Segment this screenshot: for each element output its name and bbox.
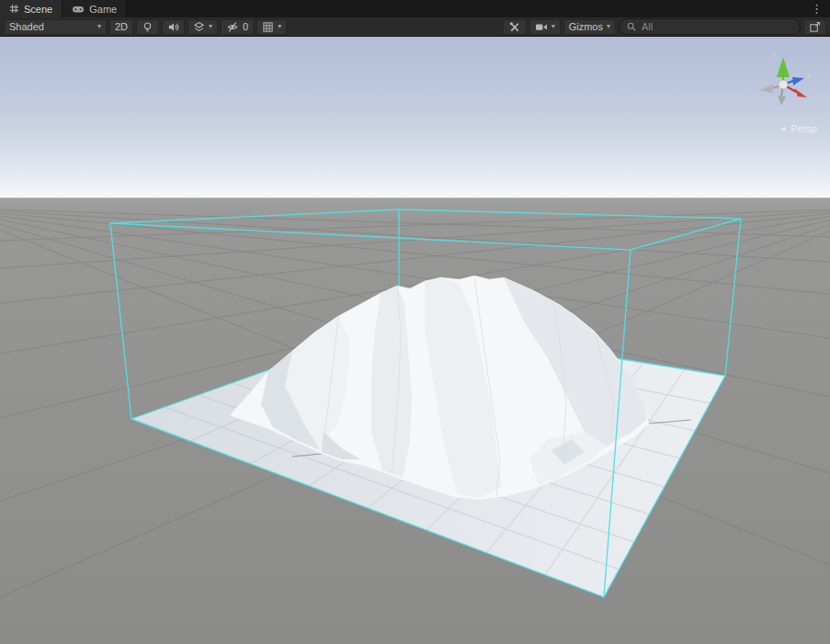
scene-render — [0, 37, 830, 644]
chevron-down-icon: ▾ — [278, 23, 281, 30]
back-arrow-icon: ◄ — [779, 125, 787, 133]
hidden-count-label: 0 — [243, 21, 248, 32]
tab-game-label: Game — [89, 4, 117, 15]
axis-y-cone[interactable] — [777, 57, 790, 77]
scene-viewport[interactable]: y z x ◄ Persp — [0, 37, 830, 644]
shading-mode-dropdown[interactable]: Shaded ▾ — [4, 19, 107, 35]
scene-lighting-toggle[interactable] — [136, 19, 159, 35]
chevron-down-icon: ▾ — [97, 23, 101, 30]
tab-game[interactable]: Game — [63, 0, 127, 17]
eye-hidden-icon — [226, 21, 239, 33]
scene-search-field[interactable]: All — [619, 18, 801, 35]
axis-x-cone[interactable] — [794, 88, 807, 97]
scene-visibility-toggle[interactable]: 0 — [221, 19, 254, 35]
lightbulb-icon — [142, 21, 153, 33]
projection-text: Persp — [790, 123, 817, 134]
gizmos-dropdown[interactable]: Gizmos ▾ — [563, 19, 616, 35]
tab-bar: Scene Game ⋮ — [0, 0, 830, 17]
effects-icon — [193, 21, 205, 33]
tab-scene[interactable]: Scene — [0, 0, 63, 17]
grid-visibility-dropdown[interactable]: ▾ — [256, 19, 287, 35]
audio-toggle[interactable] — [162, 19, 185, 35]
scene-grid-icon — [9, 4, 19, 14]
tab-scene-label: Scene — [24, 4, 52, 15]
scene-toolbar: Shaded ▾ 2D ▾ — [0, 17, 830, 37]
tools-icon — [508, 21, 521, 33]
orientation-gizmo[interactable]: y z x — [745, 44, 823, 118]
gamepad-icon — [72, 5, 85, 14]
overlay-window-button[interactable] — [803, 19, 826, 35]
unity-editor: Scene Game ⋮ Shaded ▾ 2D — [0, 0, 830, 644]
2d-toggle-label: 2D — [115, 21, 128, 32]
axis-z-label: z — [807, 71, 812, 81]
effects-dropdown[interactable]: ▾ — [188, 19, 218, 35]
speaker-icon — [167, 21, 179, 33]
component-tools-button[interactable] — [503, 19, 527, 35]
2d-toggle-button[interactable]: 2D — [109, 19, 133, 35]
projection-label[interactable]: ◄ Persp — [779, 123, 817, 134]
chevron-down-icon: ▾ — [209, 23, 212, 30]
axis-x-label: x — [810, 94, 814, 104]
axis-neg-y-cone[interactable] — [778, 96, 786, 106]
search-icon — [626, 21, 637, 32]
axis-neg-x-cone[interactable] — [759, 85, 773, 93]
chevron-down-icon: ▾ — [607, 23, 610, 30]
axis-y-label: y — [771, 50, 776, 60]
gizmo-center-sphere[interactable] — [779, 80, 788, 89]
camera-settings-dropdown[interactable]: ▾ — [529, 19, 561, 35]
shading-mode-label: Shaded — [9, 21, 94, 32]
gizmos-label: Gizmos — [569, 21, 603, 32]
axis-z-cone[interactable] — [792, 77, 804, 85]
camera-icon — [535, 22, 548, 32]
overflow-menu-icon[interactable]: ⋮ — [807, 0, 826, 17]
grid-icon — [262, 21, 274, 33]
window-expand-icon — [809, 21, 821, 33]
chevron-down-icon: ▾ — [551, 23, 555, 30]
search-value: All — [642, 21, 653, 32]
